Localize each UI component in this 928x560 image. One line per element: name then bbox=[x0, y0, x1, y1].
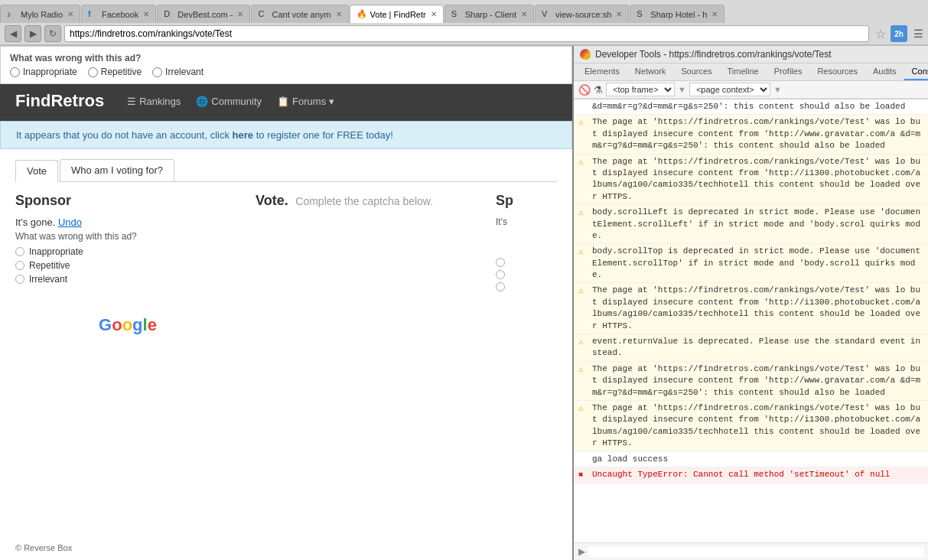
tab-viewsource[interactable]: V view-source:sh ✕ bbox=[535, 5, 629, 23]
tab-close-sharpclient[interactable]: ✕ bbox=[521, 10, 527, 18]
nav-community-label: Community bbox=[211, 96, 262, 107]
devtools-tab-console[interactable]: Console bbox=[904, 63, 928, 80]
nav-community[interactable]: 🌐 Community bbox=[196, 96, 262, 107]
tab-label-facebook: Facebook bbox=[102, 10, 138, 19]
tab-close-facebook[interactable]: ✕ bbox=[143, 10, 149, 18]
vote-heading: Vote. Complete the captcha below. bbox=[256, 193, 480, 209]
sponsor-option-irrelevant[interactable]: Irrelevant bbox=[15, 274, 240, 285]
globe-icon: 🌐 bbox=[196, 96, 208, 107]
console-input[interactable] bbox=[588, 547, 923, 557]
ad-option-irrelevant[interactable]: Irrelevant bbox=[152, 67, 204, 77]
content-tab-nav: Vote Who am I voting for? bbox=[15, 159, 557, 182]
console-text-3: body.scrollLeft is deprecated in strict … bbox=[592, 207, 923, 242]
console-text-0: &d=mm&r=g?&d=mm&r=g&s=250': this content… bbox=[592, 101, 923, 112]
tab-facebook[interactable]: f Facebook ✕ bbox=[81, 5, 156, 23]
console-entry-0: &d=mm&r=g?&d=mm&r=g&s=250': this content… bbox=[574, 99, 928, 115]
console-text-10: Uncaught TypeError: Cannot call method '… bbox=[592, 469, 923, 480]
tab-bar: ♪ Mylo Radio ✕ f Facebook ✕ D DevBest.co… bbox=[0, 0, 928, 23]
devtools-filter-icon[interactable]: ⚗ bbox=[594, 84, 603, 96]
tab-close-sharphotel[interactable]: ✕ bbox=[711, 10, 718, 18]
ad-radio-inappropriate[interactable] bbox=[10, 67, 20, 77]
console-entry-2: ⚠ The page at 'https://findretros.com/ra… bbox=[574, 155, 928, 206]
nav-forums-label: Forums bbox=[292, 96, 326, 107]
console-entry-8: ⚠ The page at 'https://findretros.com/ra… bbox=[574, 401, 928, 452]
tab-who-am-i-voting-for[interactable]: Who am I voting for? bbox=[60, 159, 174, 181]
back-button[interactable]: ◀ bbox=[5, 25, 21, 42]
console-text-6: event.returnValue is deprecated. Please … bbox=[592, 336, 923, 360]
tab-label-devbest: DevBest.com - bbox=[177, 10, 233, 19]
context-select[interactable]: <page context> bbox=[689, 83, 770, 96]
menu-icon[interactable]: ☰ bbox=[913, 28, 923, 40]
tab-mylo[interactable]: ♪ Mylo Radio ✕ bbox=[0, 5, 80, 23]
sponsor2-option-3 bbox=[496, 282, 557, 291]
console-entry-5: ⚠ The page at 'https://findretros.com/ra… bbox=[574, 283, 928, 334]
devtools-tab-sources[interactable]: Sources bbox=[673, 63, 719, 80]
google-logo: Google bbox=[15, 315, 240, 335]
sponsor-option-inappropriate[interactable]: Inappropriate bbox=[15, 246, 240, 257]
tab-close-devbest[interactable]: ✕ bbox=[237, 10, 243, 18]
tab-findretros[interactable]: 🔥 Vote | FindRetr ✕ bbox=[350, 5, 444, 23]
register-link[interactable]: here bbox=[233, 129, 253, 141]
tab-favicon-viewsource: V bbox=[542, 9, 552, 20]
tab-close-mylo[interactable]: ✕ bbox=[67, 10, 73, 18]
hamburger-icon: ☰ bbox=[127, 96, 136, 107]
what-wrong-label: What was wrong with this ad? bbox=[15, 231, 240, 242]
forum-icon: 📋 bbox=[277, 96, 289, 107]
radio-circle-s2-3 bbox=[496, 282, 505, 291]
ad-option-inappropriate[interactable]: Inappropriate bbox=[10, 67, 77, 77]
nav-forums[interactable]: 📋 Forums ▾ bbox=[277, 96, 334, 107]
tab-sharpclient[interactable]: S Sharp - Client ✕ bbox=[444, 5, 534, 23]
devtools-tab-timeline[interactable]: Timeline bbox=[720, 63, 767, 80]
console-icon-warn-4: ⚠ bbox=[578, 246, 589, 258]
bookmark-icon[interactable]: ☆ bbox=[875, 27, 886, 41]
devtools-tab-network[interactable]: Network bbox=[627, 63, 673, 80]
nav-items: ☰ Rankings 🌐 Community 📋 Forums ▾ bbox=[127, 96, 334, 107]
profile-button[interactable]: 2h bbox=[891, 25, 907, 42]
forward-button[interactable]: ▶ bbox=[24, 25, 41, 42]
console-entry-1: ⚠ The page at 'https://findretros.com/ra… bbox=[574, 115, 928, 154]
console-icon-warn-1: ⚠ bbox=[578, 117, 589, 129]
console-entry-7: ⚠ The page at 'https://findretros.com/ra… bbox=[574, 362, 928, 401]
tab-vote[interactable]: Vote bbox=[15, 160, 58, 182]
tab-label-viewsource: view-source:sh bbox=[555, 10, 611, 19]
sponsor-option-repetitive[interactable]: Repetitive bbox=[15, 260, 240, 271]
ad-radio-repetitive[interactable] bbox=[88, 67, 98, 77]
devtools-tab-resources[interactable]: Resources bbox=[809, 63, 865, 80]
sponsor-column-2: Sp It's bbox=[496, 193, 557, 335]
devtools-tab-profiles[interactable]: Profiles bbox=[767, 63, 810, 80]
devtools-console: &d=mm&r=g?&d=mm&r=g&s=250': this content… bbox=[574, 99, 928, 542]
tab-close-findretros[interactable]: ✕ bbox=[431, 10, 437, 18]
info-text-before: It appears that you do not have an accou… bbox=[16, 129, 230, 141]
console-text-7: The page at 'https://findretros.com/rank… bbox=[592, 363, 923, 399]
radio-circle-irrelevant bbox=[15, 275, 24, 284]
nav-rankings-label: Rankings bbox=[139, 96, 181, 107]
site-logo[interactable]: FindRetros bbox=[15, 91, 104, 111]
vote-title: Vote. bbox=[256, 193, 288, 208]
tab-devbest[interactable]: D DevBest.com - ✕ bbox=[157, 5, 250, 23]
vote-subtitle: Complete the captcha below. bbox=[295, 195, 433, 207]
tab-close-viewsource[interactable]: ✕ bbox=[616, 10, 622, 18]
console-icon-warn-7: ⚠ bbox=[578, 364, 589, 376]
console-icon-err-10: ✖ bbox=[578, 470, 589, 481]
reload-button[interactable]: ↻ bbox=[44, 25, 61, 42]
console-entry-6: ⚠ event.returnValue is deprecated. Pleas… bbox=[574, 334, 928, 362]
console-text-8: The page at 'https://findretros.com/rank… bbox=[592, 402, 923, 450]
tab-label-sharphotel: Sharp Hotel - h bbox=[650, 10, 707, 19]
address-input[interactable]: https://findretros.com/rankings/vote/Tes… bbox=[64, 25, 869, 42]
devtools-tab-elements[interactable]: Elements bbox=[577, 63, 627, 80]
devtools-tab-audits[interactable]: Audits bbox=[865, 63, 904, 80]
info-text-after: to register one for FREE today! bbox=[256, 129, 393, 141]
tab-sharphotel[interactable]: S Sharp Hotel - h ✕ bbox=[630, 5, 724, 23]
devtools-prohibit-icon[interactable]: 🚫 bbox=[578, 84, 591, 96]
tab-cantvote[interactable]: C Cant vote anym ✕ bbox=[251, 5, 348, 23]
console-icon-warn-3: ⚠ bbox=[578, 207, 589, 219]
undo-link[interactable]: Undo bbox=[58, 217, 82, 228]
console-icon-warn-2: ⚠ bbox=[578, 157, 589, 168]
nav-rankings[interactable]: ☰ Rankings bbox=[127, 96, 181, 107]
ad-radio-irrelevant[interactable] bbox=[152, 67, 162, 77]
ad-option-repetitive[interactable]: Repetitive bbox=[88, 67, 142, 77]
console-text-4: body.scrollTop is deprecated in strict m… bbox=[592, 246, 923, 281]
frame-select[interactable]: <top frame> bbox=[606, 83, 675, 96]
address-bar-row: ◀ ▶ ↻ https://findretros.com/rankings/vo… bbox=[0, 23, 928, 45]
tab-close-cantvote[interactable]: ✕ bbox=[336, 10, 342, 18]
